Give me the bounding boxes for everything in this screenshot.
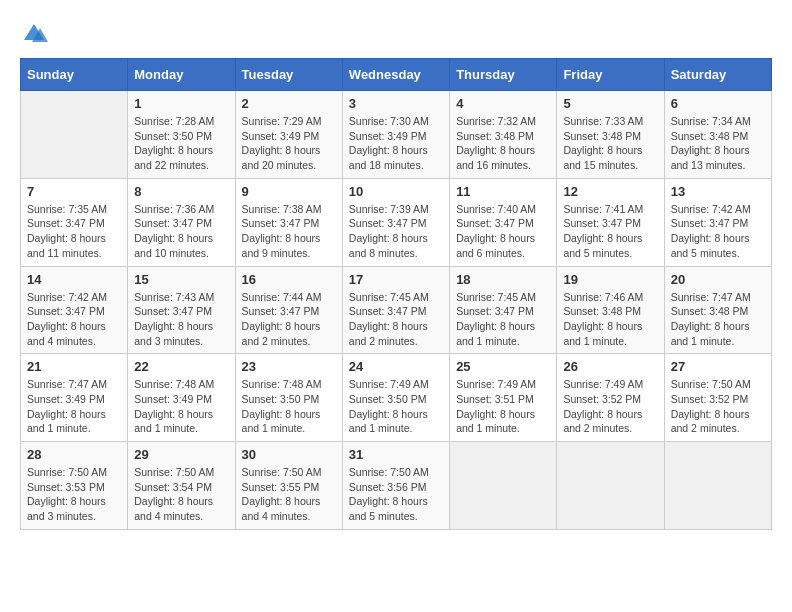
day-info: Sunrise: 7:47 AMSunset: 3:48 PMDaylight:… — [671, 290, 765, 349]
day-number: 4 — [456, 96, 550, 111]
calendar-week-4: 28Sunrise: 7:50 AMSunset: 3:53 PMDayligh… — [21, 442, 772, 530]
calendar-body: 1Sunrise: 7:28 AMSunset: 3:50 PMDaylight… — [21, 91, 772, 530]
calendar-cell: 16Sunrise: 7:44 AMSunset: 3:47 PMDayligh… — [235, 266, 342, 354]
day-info: Sunrise: 7:43 AMSunset: 3:47 PMDaylight:… — [134, 290, 228, 349]
day-info: Sunrise: 7:44 AMSunset: 3:47 PMDaylight:… — [242, 290, 336, 349]
day-info: Sunrise: 7:38 AMSunset: 3:47 PMDaylight:… — [242, 202, 336, 261]
day-number: 26 — [563, 359, 657, 374]
calendar-cell: 29Sunrise: 7:50 AMSunset: 3:54 PMDayligh… — [128, 442, 235, 530]
header-day-thursday: Thursday — [450, 59, 557, 91]
calendar-week-2: 14Sunrise: 7:42 AMSunset: 3:47 PMDayligh… — [21, 266, 772, 354]
day-number: 6 — [671, 96, 765, 111]
calendar-cell: 15Sunrise: 7:43 AMSunset: 3:47 PMDayligh… — [128, 266, 235, 354]
day-info: Sunrise: 7:47 AMSunset: 3:49 PMDaylight:… — [27, 377, 121, 436]
calendar-cell: 5Sunrise: 7:33 AMSunset: 3:48 PMDaylight… — [557, 91, 664, 179]
day-info: Sunrise: 7:36 AMSunset: 3:47 PMDaylight:… — [134, 202, 228, 261]
day-info: Sunrise: 7:45 AMSunset: 3:47 PMDaylight:… — [456, 290, 550, 349]
day-number: 23 — [242, 359, 336, 374]
day-number: 10 — [349, 184, 443, 199]
calendar-cell: 9Sunrise: 7:38 AMSunset: 3:47 PMDaylight… — [235, 178, 342, 266]
day-info: Sunrise: 7:39 AMSunset: 3:47 PMDaylight:… — [349, 202, 443, 261]
day-info: Sunrise: 7:42 AMSunset: 3:47 PMDaylight:… — [671, 202, 765, 261]
calendar-cell: 28Sunrise: 7:50 AMSunset: 3:53 PMDayligh… — [21, 442, 128, 530]
calendar-cell: 13Sunrise: 7:42 AMSunset: 3:47 PMDayligh… — [664, 178, 771, 266]
calendar-cell: 19Sunrise: 7:46 AMSunset: 3:48 PMDayligh… — [557, 266, 664, 354]
calendar-cell: 7Sunrise: 7:35 AMSunset: 3:47 PMDaylight… — [21, 178, 128, 266]
day-info: Sunrise: 7:49 AMSunset: 3:51 PMDaylight:… — [456, 377, 550, 436]
calendar-cell: 17Sunrise: 7:45 AMSunset: 3:47 PMDayligh… — [342, 266, 449, 354]
calendar-cell: 4Sunrise: 7:32 AMSunset: 3:48 PMDaylight… — [450, 91, 557, 179]
calendar-week-1: 7Sunrise: 7:35 AMSunset: 3:47 PMDaylight… — [21, 178, 772, 266]
day-number: 13 — [671, 184, 765, 199]
day-info: Sunrise: 7:50 AMSunset: 3:54 PMDaylight:… — [134, 465, 228, 524]
calendar-cell: 25Sunrise: 7:49 AMSunset: 3:51 PMDayligh… — [450, 354, 557, 442]
day-info: Sunrise: 7:32 AMSunset: 3:48 PMDaylight:… — [456, 114, 550, 173]
day-number: 30 — [242, 447, 336, 462]
calendar-cell: 23Sunrise: 7:48 AMSunset: 3:50 PMDayligh… — [235, 354, 342, 442]
calendar-cell: 24Sunrise: 7:49 AMSunset: 3:50 PMDayligh… — [342, 354, 449, 442]
day-info: Sunrise: 7:28 AMSunset: 3:50 PMDaylight:… — [134, 114, 228, 173]
day-info: Sunrise: 7:45 AMSunset: 3:47 PMDaylight:… — [349, 290, 443, 349]
day-info: Sunrise: 7:48 AMSunset: 3:49 PMDaylight:… — [134, 377, 228, 436]
day-info: Sunrise: 7:35 AMSunset: 3:47 PMDaylight:… — [27, 202, 121, 261]
day-number: 31 — [349, 447, 443, 462]
day-number: 3 — [349, 96, 443, 111]
calendar-cell: 3Sunrise: 7:30 AMSunset: 3:49 PMDaylight… — [342, 91, 449, 179]
calendar-cell: 26Sunrise: 7:49 AMSunset: 3:52 PMDayligh… — [557, 354, 664, 442]
calendar-cell: 8Sunrise: 7:36 AMSunset: 3:47 PMDaylight… — [128, 178, 235, 266]
calendar-cell: 27Sunrise: 7:50 AMSunset: 3:52 PMDayligh… — [664, 354, 771, 442]
header-day-tuesday: Tuesday — [235, 59, 342, 91]
calendar-week-3: 21Sunrise: 7:47 AMSunset: 3:49 PMDayligh… — [21, 354, 772, 442]
day-number: 19 — [563, 272, 657, 287]
calendar-week-0: 1Sunrise: 7:28 AMSunset: 3:50 PMDaylight… — [21, 91, 772, 179]
calendar-cell: 6Sunrise: 7:34 AMSunset: 3:48 PMDaylight… — [664, 91, 771, 179]
calendar-cell — [21, 91, 128, 179]
header-day-saturday: Saturday — [664, 59, 771, 91]
calendar-cell: 22Sunrise: 7:48 AMSunset: 3:49 PMDayligh… — [128, 354, 235, 442]
page-header — [20, 20, 772, 48]
day-info: Sunrise: 7:41 AMSunset: 3:47 PMDaylight:… — [563, 202, 657, 261]
day-number: 1 — [134, 96, 228, 111]
day-number: 21 — [27, 359, 121, 374]
calendar-cell: 21Sunrise: 7:47 AMSunset: 3:49 PMDayligh… — [21, 354, 128, 442]
calendar-cell: 10Sunrise: 7:39 AMSunset: 3:47 PMDayligh… — [342, 178, 449, 266]
day-number: 14 — [27, 272, 121, 287]
calendar-cell: 1Sunrise: 7:28 AMSunset: 3:50 PMDaylight… — [128, 91, 235, 179]
calendar-cell — [664, 442, 771, 530]
logo-icon — [20, 20, 48, 48]
day-info: Sunrise: 7:49 AMSunset: 3:50 PMDaylight:… — [349, 377, 443, 436]
day-number: 5 — [563, 96, 657, 111]
day-number: 18 — [456, 272, 550, 287]
day-number: 27 — [671, 359, 765, 374]
calendar-cell: 30Sunrise: 7:50 AMSunset: 3:55 PMDayligh… — [235, 442, 342, 530]
day-number: 8 — [134, 184, 228, 199]
calendar-cell: 31Sunrise: 7:50 AMSunset: 3:56 PMDayligh… — [342, 442, 449, 530]
day-info: Sunrise: 7:50 AMSunset: 3:52 PMDaylight:… — [671, 377, 765, 436]
logo — [20, 20, 52, 48]
day-number: 28 — [27, 447, 121, 462]
day-number: 17 — [349, 272, 443, 287]
header-row: SundayMondayTuesdayWednesdayThursdayFrid… — [21, 59, 772, 91]
day-number: 15 — [134, 272, 228, 287]
day-info: Sunrise: 7:30 AMSunset: 3:49 PMDaylight:… — [349, 114, 443, 173]
day-info: Sunrise: 7:49 AMSunset: 3:52 PMDaylight:… — [563, 377, 657, 436]
calendar-cell: 14Sunrise: 7:42 AMSunset: 3:47 PMDayligh… — [21, 266, 128, 354]
day-number: 20 — [671, 272, 765, 287]
calendar-cell: 20Sunrise: 7:47 AMSunset: 3:48 PMDayligh… — [664, 266, 771, 354]
header-day-friday: Friday — [557, 59, 664, 91]
header-day-sunday: Sunday — [21, 59, 128, 91]
calendar-cell — [557, 442, 664, 530]
day-info: Sunrise: 7:34 AMSunset: 3:48 PMDaylight:… — [671, 114, 765, 173]
calendar-cell: 18Sunrise: 7:45 AMSunset: 3:47 PMDayligh… — [450, 266, 557, 354]
day-info: Sunrise: 7:48 AMSunset: 3:50 PMDaylight:… — [242, 377, 336, 436]
day-number: 22 — [134, 359, 228, 374]
day-number: 11 — [456, 184, 550, 199]
day-number: 2 — [242, 96, 336, 111]
day-info: Sunrise: 7:46 AMSunset: 3:48 PMDaylight:… — [563, 290, 657, 349]
day-info: Sunrise: 7:29 AMSunset: 3:49 PMDaylight:… — [242, 114, 336, 173]
day-info: Sunrise: 7:50 AMSunset: 3:55 PMDaylight:… — [242, 465, 336, 524]
day-number: 29 — [134, 447, 228, 462]
calendar-cell: 2Sunrise: 7:29 AMSunset: 3:49 PMDaylight… — [235, 91, 342, 179]
day-info: Sunrise: 7:50 AMSunset: 3:56 PMDaylight:… — [349, 465, 443, 524]
day-info: Sunrise: 7:33 AMSunset: 3:48 PMDaylight:… — [563, 114, 657, 173]
